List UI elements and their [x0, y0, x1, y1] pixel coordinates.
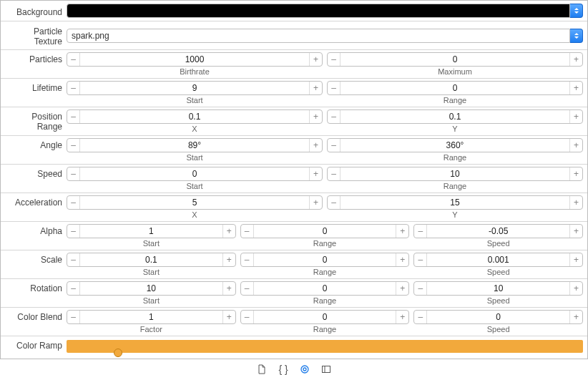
alpha-speed-increment[interactable]: +	[569, 225, 582, 238]
braces-icon[interactable]: { }	[278, 364, 289, 375]
speed-start-increment[interactable]: +	[309, 167, 322, 180]
color-ramp-handle[interactable]	[114, 349, 122, 357]
position-range-x-increment[interactable]: +	[309, 110, 322, 123]
speed-range-stepper[interactable]: – 10 +	[327, 167, 583, 181]
angle-range-stepper[interactable]: – 360° +	[327, 138, 583, 152]
rotation-range-stepper[interactable]: – 0 +	[240, 281, 410, 296]
scale-speed-decrement[interactable]: –	[414, 253, 427, 266]
texture-input[interactable]: spark.png	[67, 29, 570, 43]
acceleration-y-decrement[interactable]: –	[328, 196, 340, 209]
position-range-row: Position Range – 0.1 + X – 0.1 + Y	[1, 107, 587, 136]
rotation-speed-stepper[interactable]: – 10 +	[413, 281, 583, 296]
rotation-speed-increment[interactable]: +	[569, 282, 582, 295]
lifetime-start-value: 9	[80, 83, 309, 93]
scale-start-sublabel: Start	[143, 268, 160, 276]
particles-maximum-decrement[interactable]: –	[328, 53, 340, 66]
scale-speed-increment[interactable]: +	[569, 253, 582, 266]
alpha-range-value: 0	[254, 226, 396, 236]
acceleration-y-increment[interactable]: +	[569, 196, 582, 209]
acceleration-x-increment[interactable]: +	[309, 196, 322, 209]
background-color-well[interactable]	[67, 4, 570, 18]
scale-start-decrement[interactable]: –	[67, 253, 80, 266]
scale-start-increment[interactable]: +	[222, 253, 235, 266]
angle-start-decrement[interactable]: –	[67, 139, 80, 152]
position-range-y-decrement[interactable]: –	[328, 110, 340, 123]
color-blend-factor-stepper[interactable]: – 1 +	[67, 310, 236, 324]
panel-icon[interactable]	[320, 364, 332, 375]
scale-range-sublabel: Range	[313, 268, 336, 276]
rotation-start-stepper[interactable]: – 10 +	[67, 281, 236, 296]
angle-start-increment[interactable]: +	[309, 139, 322, 152]
lifetime-start-increment[interactable]: +	[309, 82, 322, 94]
alpha-start-stepper[interactable]: – 1 +	[67, 224, 236, 238]
speed-row: Speed – 0 + Start – 10 + Range	[1, 165, 587, 193]
color-blend-range-stepper[interactable]: – 0 +	[240, 310, 410, 324]
angle-start-sublabel: Start	[186, 153, 202, 162]
lifetime-range-increment[interactable]: +	[569, 82, 582, 94]
scale-speed-stepper[interactable]: – 0.001 +	[413, 253, 583, 267]
rotation-start-decrement[interactable]: –	[67, 282, 80, 295]
speed-start-value: 0	[80, 169, 309, 179]
color-blend-speed-decrement[interactable]: –	[414, 311, 427, 323]
scale-label: Scale	[5, 253, 67, 265]
background-dropdown[interactable]	[570, 4, 583, 18]
rotation-start-increment[interactable]: +	[222, 282, 235, 295]
scale-range-increment[interactable]: +	[396, 253, 408, 266]
alpha-range-decrement[interactable]: –	[241, 225, 254, 238]
lifetime-start-stepper[interactable]: – 9 +	[67, 81, 323, 95]
acceleration-y-stepper[interactable]: – 15 +	[327, 195, 583, 210]
position-range-x-stepper[interactable]: – 0.1 +	[67, 109, 323, 124]
particles-birthrate-stepper[interactable]: – 1000 +	[67, 52, 323, 67]
texture-dropdown[interactable]	[570, 29, 583, 43]
alpha-speed-decrement[interactable]: –	[414, 225, 427, 238]
alpha-speed-stepper[interactable]: – -0.05 +	[413, 224, 583, 238]
rotation-speed-decrement[interactable]: –	[414, 282, 427, 295]
rotation-range-increment[interactable]: +	[396, 282, 408, 295]
position-range-y-stepper[interactable]: – 0.1 +	[327, 109, 583, 124]
angle-range-sublabel: Range	[444, 153, 466, 162]
alpha-range-increment[interactable]: +	[396, 225, 408, 238]
position-range-x-sublabel: X	[192, 125, 197, 133]
speed-start-stepper[interactable]: – 0 +	[67, 167, 323, 181]
lifetime-range-decrement[interactable]: –	[328, 82, 340, 94]
angle-start-stepper[interactable]: – 89° +	[67, 138, 323, 152]
color-ramp[interactable]	[67, 340, 583, 353]
color-blend-speed-stepper[interactable]: – 0 +	[413, 310, 583, 324]
speed-start-decrement[interactable]: –	[67, 167, 80, 180]
angle-range-decrement[interactable]: –	[328, 139, 340, 152]
particles-birthrate-decrement[interactable]: –	[67, 53, 80, 66]
acceleration-x-decrement[interactable]: –	[67, 196, 80, 209]
color-blend-range-decrement[interactable]: –	[241, 311, 254, 323]
rotation-range-decrement[interactable]: –	[241, 282, 254, 295]
alpha-range-sublabel: Range	[313, 239, 336, 248]
particles-birthrate-increment[interactable]: +	[309, 53, 322, 66]
angle-range-increment[interactable]: +	[569, 139, 582, 152]
position-range-y-increment[interactable]: +	[569, 110, 582, 123]
file-icon[interactable]	[256, 364, 268, 375]
lifetime-start-decrement[interactable]: –	[67, 82, 80, 94]
angle-start-value: 89°	[80, 140, 309, 150]
alpha-range-stepper[interactable]: – 0 +	[240, 224, 410, 238]
alpha-start-value: 1	[80, 226, 222, 236]
lifetime-range-value: 0	[340, 83, 569, 93]
alpha-start-decrement[interactable]: –	[67, 225, 80, 238]
target-icon[interactable]	[299, 364, 310, 375]
rotation-start-sublabel: Start	[143, 296, 160, 305]
scale-start-stepper[interactable]: – 0.1 +	[67, 253, 236, 267]
acceleration-x-stepper[interactable]: – 5 +	[67, 195, 323, 210]
color-blend-speed-increment[interactable]: +	[569, 311, 582, 323]
color-blend-factor-decrement[interactable]: –	[67, 311, 80, 323]
alpha-start-increment[interactable]: +	[222, 225, 235, 238]
lifetime-range-stepper[interactable]: – 0 +	[327, 81, 583, 95]
rotation-start-value: 10	[80, 283, 222, 293]
scale-range-decrement[interactable]: –	[241, 253, 254, 266]
color-blend-range-increment[interactable]: +	[396, 311, 408, 323]
particles-maximum-stepper[interactable]: – 0 +	[327, 52, 583, 67]
color-blend-speed-value: 0	[427, 312, 569, 322]
speed-range-decrement[interactable]: –	[328, 167, 340, 180]
speed-range-increment[interactable]: +	[569, 167, 582, 180]
scale-range-stepper[interactable]: – 0 +	[240, 253, 410, 267]
position-range-x-decrement[interactable]: –	[67, 110, 80, 123]
color-blend-factor-increment[interactable]: +	[222, 311, 235, 323]
particles-maximum-increment[interactable]: +	[569, 53, 582, 66]
